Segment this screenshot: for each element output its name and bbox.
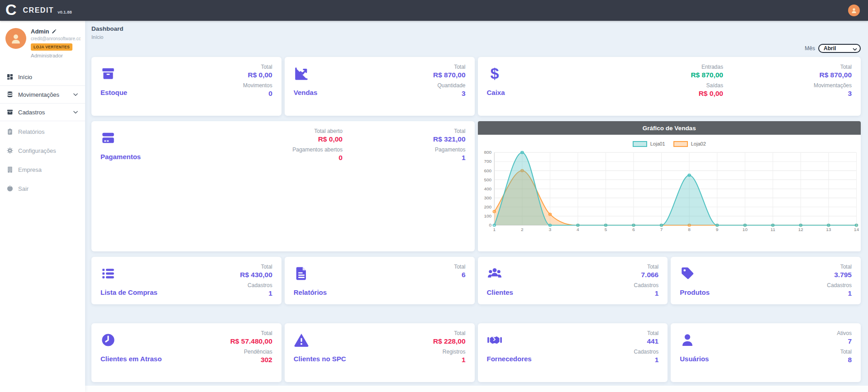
chart-legend: Loja01Loja02 xyxy=(478,140,861,147)
stat-label: Total xyxy=(261,330,272,336)
vendas-card: Vendas TotalR$ 870,00Quantidade3 xyxy=(285,57,475,116)
clientes-no-spc-link[interactable]: Clientes no SPC xyxy=(294,355,346,363)
stat-value: R$ 0,00 xyxy=(699,90,723,98)
stat-label: Pendências xyxy=(244,349,272,355)
stat-label: Total xyxy=(840,349,852,355)
stat-value: 0 xyxy=(268,90,272,98)
building-icon xyxy=(6,166,14,173)
estoque-link[interactable]: Estoque xyxy=(100,89,127,96)
produtos-link[interactable]: Produtos xyxy=(680,288,710,296)
app-version: v0.1.88 xyxy=(57,9,72,14)
legend-swatch xyxy=(673,141,688,147)
stat-value: 1 xyxy=(655,289,659,298)
svg-text:1: 1 xyxy=(493,227,496,231)
sidebar-item-inicio[interactable]: Início xyxy=(0,68,85,86)
vendas-link[interactable]: Vendas xyxy=(294,89,318,96)
stat-value: 1 xyxy=(655,356,659,364)
sidebar-item-sair[interactable]: Sair xyxy=(0,180,85,197)
pagamentos-link[interactable]: Pagamentos xyxy=(100,153,141,161)
power-icon xyxy=(6,185,14,192)
fornecedores-link[interactable]: Fornecedores xyxy=(487,355,532,363)
user-name: Admin xyxy=(31,28,49,35)
svg-text:13: 13 xyxy=(826,227,831,231)
archive-icon xyxy=(6,109,14,116)
user-role: Administrador xyxy=(31,53,81,58)
stat-value: 0 xyxy=(339,154,343,162)
lista-de-compras-link[interactable]: Lista de Compras xyxy=(100,288,157,296)
usuarios-card: Usuários Ativos7Total8 xyxy=(671,323,861,382)
sidebar-item-label: Relatórios xyxy=(18,128,45,135)
stat-label: Pagamentos abertos xyxy=(292,146,343,153)
stat-value: R$ 0,00 xyxy=(318,135,343,143)
svg-text:7: 7 xyxy=(660,227,663,231)
month-filter-row: Mês Abril xyxy=(91,43,861,53)
svg-text:200: 200 xyxy=(484,205,491,209)
stat-label: Movimentos xyxy=(243,82,272,89)
sidebar-item-empresa[interactable]: Empresa xyxy=(0,161,85,178)
clock-icon xyxy=(100,341,116,349)
stat-column: TotalR$ 57.480,00Pendências302 xyxy=(230,330,272,367)
legend-swatch xyxy=(633,141,647,147)
clientes-card: Clientes Total7.066Cadastros1 xyxy=(478,257,668,304)
usuarios-link[interactable]: Usuários xyxy=(680,355,709,363)
list-icon xyxy=(100,275,116,283)
sidebar: Admin credit@anronsoftware.co... LOJA VE… xyxy=(0,21,85,392)
stat-value: 302 xyxy=(261,356,272,364)
svg-text:8: 8 xyxy=(688,227,691,231)
trend-icon xyxy=(294,75,309,83)
caixa-link[interactable]: Caixa xyxy=(487,89,505,96)
stat-column: Total441Cadastros1 xyxy=(634,330,659,367)
sidebar-item-relatorios[interactable]: Relatórios xyxy=(0,123,85,140)
stat-value: R$ 57.480,00 xyxy=(230,337,272,345)
edit-pencil-icon[interactable] xyxy=(52,29,57,34)
stat-label: Cadastros xyxy=(248,282,272,288)
clientes-link[interactable]: Clientes xyxy=(487,288,513,296)
svg-text:300: 300 xyxy=(484,195,491,200)
relatorios-link[interactable]: Relatórios xyxy=(294,288,327,296)
stat-column: Total7.066Cadastros1 xyxy=(634,264,659,301)
pagamentos-card: Pagamentos Total abertoR$ 0,00Pagamentos… xyxy=(91,121,475,251)
sidebar-item-cadastros[interactable]: Cadastros xyxy=(0,104,85,121)
user-email: credit@anronsoftware.co... xyxy=(31,36,81,41)
svg-text:100: 100 xyxy=(484,214,491,218)
sidebar-menu: InícioMovimentaçõesCadastrosRelatóriosCo… xyxy=(0,68,85,197)
dollar-icon: $ xyxy=(487,75,502,83)
caixa-card: $ Caixa EntradasR$ 870,00SaídasR$ 0,00To… xyxy=(478,57,861,116)
legend-label: Loja02 xyxy=(691,141,706,146)
stat-value: 3 xyxy=(462,90,466,98)
stat-value: 8 xyxy=(848,356,852,364)
stat-column: Ativos7Total8 xyxy=(837,330,852,367)
stat-label: Total xyxy=(454,128,465,134)
sidebar-item-movimentacoes[interactable]: Movimentações xyxy=(0,86,85,104)
app-logo: C xyxy=(5,1,17,19)
svg-text:5: 5 xyxy=(604,227,607,231)
stat-label: Movimentações xyxy=(814,82,852,89)
stat-value: R$ 870,00 xyxy=(691,71,723,79)
stat-column: EntradasR$ 870,00SaídasR$ 0,00 xyxy=(691,64,723,101)
legend-item-loja01[interactable]: Loja01 xyxy=(633,141,665,147)
sidebar-item-configuracoes[interactable]: Configurações xyxy=(0,142,85,159)
lista-de-compras-card: Lista de Compras TotalR$ 430,00Cadastros… xyxy=(91,257,281,304)
sidebar-item-label: Início xyxy=(18,74,32,80)
stat-label: Total xyxy=(454,64,465,70)
file-icon xyxy=(294,275,309,283)
legend-item-loja02[interactable]: Loja02 xyxy=(673,141,706,147)
clientes-em-atraso-card: Clientes em Atraso TotalR$ 57.480,00Pend… xyxy=(91,323,281,382)
user-avatar[interactable] xyxy=(5,28,26,49)
estoque-card: Estoque TotalR$ 0,00Movimentos0 xyxy=(91,57,281,116)
month-select[interactable]: Abril xyxy=(818,44,861,53)
clientes-em-atraso-link[interactable]: Clientes em Atraso xyxy=(100,355,162,363)
stat-label: Pagamentos xyxy=(435,146,465,153)
svg-text:12: 12 xyxy=(798,227,803,231)
stat-label: Entradas xyxy=(701,64,723,70)
topbar-avatar[interactable] xyxy=(848,5,860,16)
stat-label: Total xyxy=(261,64,272,70)
chevron-down-icon xyxy=(72,91,79,98)
stat-label: Total aberto xyxy=(314,128,343,134)
svg-text:700: 700 xyxy=(484,159,491,164)
sidebar-item-label: Cadastros xyxy=(18,109,45,116)
svg-text:400: 400 xyxy=(484,186,491,191)
stat-value: R$ 321,00 xyxy=(433,135,466,143)
svg-text:14: 14 xyxy=(854,227,859,231)
stat-value: 1 xyxy=(848,289,852,298)
